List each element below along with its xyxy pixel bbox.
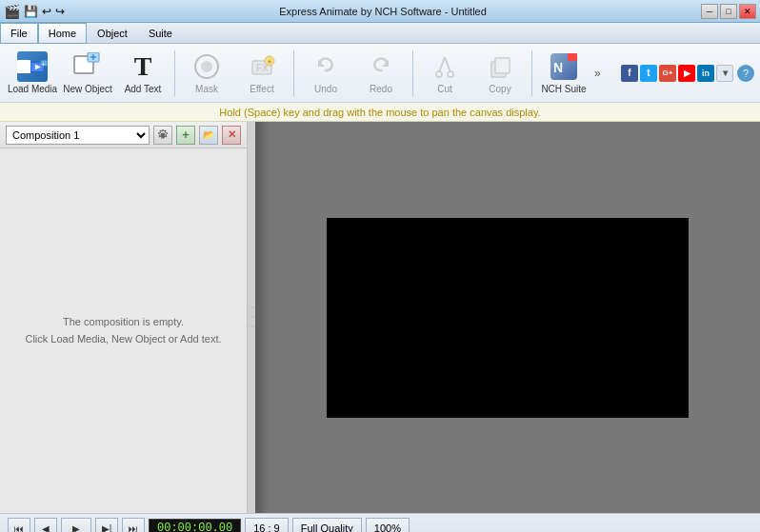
play-button[interactable]: ▶: [61, 518, 91, 532]
hint-text: Hold (Space) key and drag with the mouse…: [219, 107, 540, 118]
copy-button[interactable]: Copy: [473, 48, 527, 99]
redo-title-icon[interactable]: ↪: [55, 5, 65, 18]
new-object-button[interactable]: New Object: [61, 48, 114, 99]
close-button[interactable]: ✕: [739, 4, 756, 19]
undo-label: Undo: [314, 84, 337, 94]
load-media-label: Load Media: [8, 84, 57, 94]
menu-bar: File Home Object Suite: [0, 23, 760, 44]
canvas-area: [255, 122, 760, 513]
zoom-button[interactable]: 100%: [366, 518, 410, 532]
linkedin-icon[interactable]: in: [697, 65, 714, 82]
svg-text:★: ★: [267, 58, 272, 65]
composition-select[interactable]: Composition 1: [6, 126, 150, 145]
add-text-label: Add Text: [125, 84, 162, 94]
sep4: [531, 50, 532, 96]
minimize-button[interactable]: ─: [701, 4, 718, 19]
svg-rect-21: [495, 58, 510, 73]
skip-forward-button[interactable]: ⏭: [122, 518, 145, 532]
copy-label: Copy: [489, 84, 510, 94]
social-icons-group: f t G+ ▶ in ▾ ?: [621, 65, 754, 82]
effect-icon: FX ★: [247, 51, 277, 82]
canvas-shadow: [255, 122, 270, 513]
redo-icon: [366, 51, 396, 82]
svg-line-16: [439, 57, 445, 72]
redo-label: Redo: [370, 84, 392, 94]
toolbar: + Load Media New Object T Add Text: [0, 44, 760, 103]
new-object-icon: [72, 51, 103, 82]
copy-icon: [485, 51, 515, 82]
panel-drag-handle[interactable]: ⋮⋮⋮: [248, 122, 255, 513]
title-bar: 🎬 💾 ↩ ↪ Express Animate by NCH Software …: [0, 0, 760, 23]
add-text-icon: T: [128, 51, 158, 82]
comp-add-button[interactable]: +: [176, 126, 195, 145]
add-text-button[interactable]: T Add Text: [116, 48, 170, 99]
mask-button[interactable]: Mask: [180, 48, 233, 99]
svg-point-9: [201, 61, 212, 72]
comp-settings-button[interactable]: [153, 126, 172, 145]
undo-icon: [310, 51, 341, 82]
sep3: [412, 50, 413, 96]
canvas-viewport[interactable]: [327, 218, 689, 418]
window-title: Express Animate by NCH Software - Untitl…: [65, 6, 701, 17]
svg-rect-24: [568, 53, 577, 61]
cut-button[interactable]: Cut: [418, 48, 471, 99]
comp-open-button[interactable]: 📂: [199, 126, 218, 145]
nch-suite-icon: N: [549, 51, 579, 82]
svg-text:+: +: [42, 62, 45, 67]
effect-button[interactable]: FX ★ Effect: [235, 48, 289, 99]
youtube-icon[interactable]: ▶: [678, 65, 695, 82]
title-bar-left: 🎬 💾 ↩ ↪: [4, 4, 65, 19]
menu-suite[interactable]: Suite: [138, 23, 183, 44]
undo-button[interactable]: Undo: [299, 48, 352, 99]
cut-icon: [430, 51, 460, 82]
help-button[interactable]: ?: [737, 65, 754, 82]
load-media-icon: +: [17, 51, 48, 82]
timecode-display: 00:00:00.00: [149, 519, 241, 532]
step-forward-button[interactable]: ▶|: [95, 518, 118, 532]
mask-label: Mask: [195, 84, 218, 94]
sep1: [174, 50, 175, 96]
app-icon: 🎬: [4, 4, 20, 19]
redo-button[interactable]: Redo: [354, 48, 408, 99]
twitter-icon[interactable]: t: [640, 65, 657, 82]
window-controls: ─ □ ✕: [701, 4, 756, 19]
social-more-button[interactable]: ▾: [716, 65, 733, 82]
main-content: Composition 1 + 📂 ✕ The composition is e…: [0, 122, 760, 513]
load-media-button[interactable]: + Load Media: [6, 48, 59, 99]
nch-suite-label: NCH Suite: [541, 84, 586, 94]
nch-suite-button[interactable]: N NCH Suite: [537, 48, 590, 99]
undo-title-icon[interactable]: ↩: [42, 5, 51, 18]
quality-button[interactable]: Full Quality: [292, 518, 362, 532]
composition-header: Composition 1 + 📂 ✕: [0, 122, 247, 148]
composition-empty-message: The composition is empty. Click Load Med…: [0, 148, 247, 513]
aspect-ratio-button[interactable]: 16 : 9: [245, 518, 289, 532]
new-object-label: New Object: [63, 84, 112, 94]
facebook-icon[interactable]: f: [621, 65, 638, 82]
menu-home[interactable]: Home: [38, 23, 87, 44]
hint-bar: Hold (Space) key and drag with the mouse…: [0, 103, 760, 122]
skip-back-button[interactable]: ⏮: [8, 518, 30, 532]
expand-icon[interactable]: »: [594, 67, 601, 80]
svg-text:N: N: [553, 60, 563, 75]
menu-file[interactable]: File: [0, 23, 38, 44]
comp-delete-button[interactable]: ✕: [222, 126, 241, 145]
restore-button[interactable]: □: [720, 4, 737, 19]
svg-line-17: [445, 57, 450, 72]
quick-save-icon[interactable]: 💾: [24, 5, 38, 18]
sep2: [293, 50, 294, 96]
menu-object[interactable]: Object: [87, 23, 138, 44]
cut-label: Cut: [437, 84, 452, 94]
step-back-button[interactable]: ◀: [34, 518, 57, 532]
transport-bar: ⏮ ◀ ▶ ▶| ⏭ 00:00:00.00 16 : 9 Full Quali…: [0, 513, 760, 532]
googleplus-icon[interactable]: G+: [659, 65, 676, 82]
effect-label: Effect: [250, 84, 273, 94]
mask-icon: [191, 51, 222, 82]
left-panel: Composition 1 + 📂 ✕ The composition is e…: [0, 122, 248, 513]
